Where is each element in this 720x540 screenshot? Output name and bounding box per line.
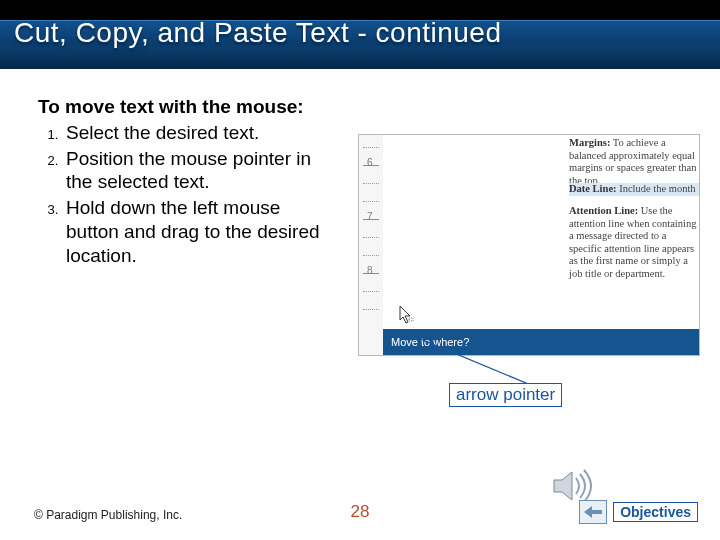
speaker-icon xyxy=(550,468,594,504)
svg-rect-0 xyxy=(409,318,413,321)
word-status-bar: Move to where? xyxy=(383,329,699,355)
step-1: Select the desired text. xyxy=(62,121,338,147)
arrow-left-icon xyxy=(584,506,602,518)
intro-text: To move text with the mouse: xyxy=(38,96,338,119)
slide: Cut, Copy, and Paste Text - continued To… xyxy=(0,0,720,540)
para-body: Use the attention line when containing a… xyxy=(569,205,696,279)
ruler-number: 6 xyxy=(367,157,373,168)
slide-title: Cut, Copy, and Paste Text - continued xyxy=(14,17,502,49)
step-2: Position the mouse pointer in the select… xyxy=(62,147,338,197)
ruler-number: 7 xyxy=(367,211,373,222)
status-text: Move to where? xyxy=(391,336,469,348)
objective-group: Objectives xyxy=(579,500,698,524)
back-button[interactable] xyxy=(579,500,607,524)
document-page: Margins: To achieve a balanced approxima… xyxy=(383,135,699,329)
step-3: Hold down the left mouse button and drag… xyxy=(62,196,338,269)
para-heading: Attention Line: xyxy=(569,205,638,216)
para-heading: Margins: xyxy=(569,137,610,148)
para-heading: Date Line: xyxy=(569,183,617,194)
callout-label: arrow pointer xyxy=(449,383,562,407)
steps-list: Select the desired text. Position the mo… xyxy=(38,121,338,270)
ruler-number: 8 xyxy=(367,265,373,276)
vertical-ruler: 6 7 8 xyxy=(359,135,384,355)
para-body: Include the month xyxy=(619,183,695,194)
word-screenshot: 6 7 8 Margins: To achieve a balanced app… xyxy=(358,134,700,356)
body-text: To move text with the mouse: Select the … xyxy=(38,96,338,269)
title-bar: Cut, Copy, and Paste Text - continued xyxy=(0,20,720,70)
objectives-button[interactable]: Objectives xyxy=(613,502,698,522)
cursor-icon xyxy=(399,305,415,325)
